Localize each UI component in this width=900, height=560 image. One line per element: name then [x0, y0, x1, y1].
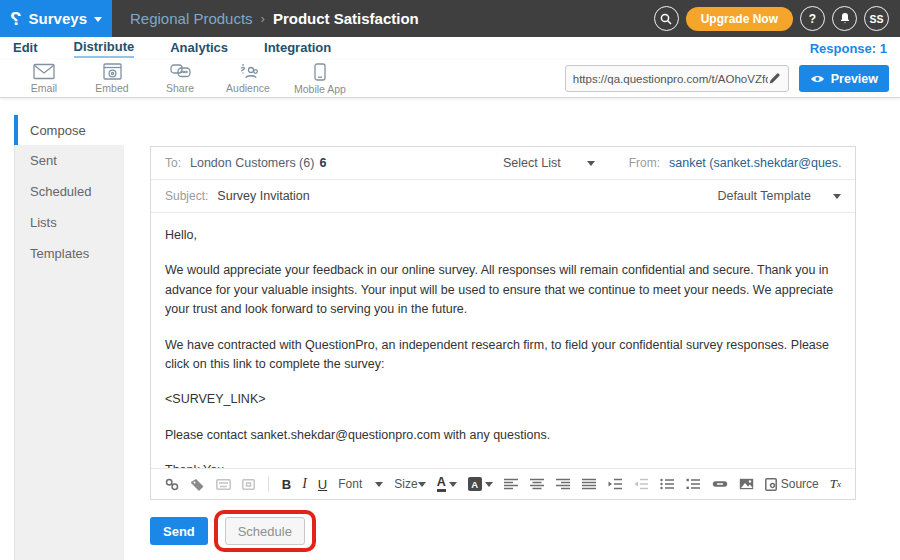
merge-tag-icon[interactable]: [190, 478, 205, 491]
tab-distribute[interactable]: Distribute: [74, 39, 135, 58]
keyboard-icon: [216, 479, 231, 490]
channel-icons: Email Embed Share Audience Mobile App: [0, 63, 346, 95]
numbered-list-button[interactable]: [686, 478, 701, 490]
channel-email[interactable]: Email: [22, 63, 66, 94]
text-color-button[interactable]: A: [437, 476, 457, 493]
bulleted-list-button[interactable]: [660, 478, 675, 490]
background-color-button[interactable]: A: [468, 477, 493, 491]
insert-link-button[interactable]: [712, 479, 728, 489]
sidebar-item-sent[interactable]: Sent: [15, 145, 124, 176]
response-count[interactable]: Response: 1: [810, 41, 887, 56]
text-color-icon: A: [437, 476, 446, 493]
chevron-down-icon: [833, 194, 841, 199]
chevron-down-icon: [587, 161, 595, 166]
channel-embed[interactable]: Embed: [90, 63, 134, 94]
breadcrumb-separator-icon: ›: [261, 11, 265, 26]
align-right-button[interactable]: [556, 478, 571, 490]
source-button[interactable]: Source: [765, 477, 819, 491]
preview-label: Preview: [831, 72, 878, 86]
channel-mobile-app[interactable]: Mobile App: [294, 63, 346, 95]
edit-url-pencil-icon[interactable]: [768, 72, 781, 85]
anchor-link-icon[interactable]: [165, 478, 179, 491]
survey-url-field[interactable]: https://qa.questionpro.com/t/AOhoVZfqml: [565, 65, 789, 92]
channel-share[interactable]: Share: [158, 63, 202, 94]
bold-button[interactable]: B: [282, 477, 291, 492]
body-paragraph: Hello,: [165, 226, 841, 245]
send-button[interactable]: Send: [150, 517, 208, 545]
italic-button[interactable]: I: [302, 476, 307, 492]
justify-icon: [582, 478, 597, 490]
preview-button[interactable]: Preview: [799, 65, 889, 92]
survey-nav: Edit Distribute Analytics Integration Re…: [0, 37, 900, 60]
tab-integration[interactable]: Integration: [264, 40, 331, 57]
body-paragraph: Thank You: [165, 461, 841, 468]
source-doc-icon: [765, 478, 777, 491]
tab-analytics[interactable]: Analytics: [170, 40, 228, 57]
from-sender[interactable]: sanket (sanket.shekdar@ques...: [669, 156, 841, 170]
email-body-editor[interactable]: Hello, We would appreciate your feedback…: [151, 213, 855, 468]
justify-button[interactable]: [582, 478, 597, 490]
to-recipient-count[interactable]: 6: [319, 156, 326, 170]
increase-indent-button[interactable]: [608, 478, 623, 490]
sidebar-item-compose[interactable]: Compose: [14, 115, 124, 145]
schedule-button[interactable]: Schedule: [225, 517, 305, 545]
template-label: Default Template: [717, 189, 811, 203]
link-icon: [712, 479, 728, 489]
source-label: Source: [781, 477, 819, 491]
chevron-down-icon: [485, 482, 493, 487]
upgrade-now-button[interactable]: Upgrade Now: [686, 7, 793, 31]
to-recipient-list[interactable]: London Customers (6): [190, 156, 314, 170]
size-dropdown[interactable]: Size: [394, 477, 425, 491]
sidebar-compose-label: Compose: [30, 123, 86, 138]
channel-share-label: Share: [166, 82, 194, 94]
underline-button[interactable]: U: [318, 477, 327, 492]
compose-panel: To: London Customers (6) 6 Select List F…: [150, 146, 856, 500]
chevron-down-icon: [418, 482, 426, 487]
help-button[interactable]: ?: [800, 6, 825, 31]
sidebar-item-templates[interactable]: Templates: [15, 238, 124, 269]
search-button[interactable]: [654, 6, 679, 31]
sidebar-sent-label: Sent: [30, 153, 57, 168]
remove-format-button[interactable]: Tx: [830, 476, 841, 492]
select-list-label: Select List: [503, 156, 561, 170]
channel-audience[interactable]: Audience: [226, 63, 270, 94]
numbered-list-icon: [686, 478, 701, 490]
align-left-icon: [504, 478, 519, 490]
tab-edit[interactable]: Edit: [13, 40, 38, 57]
body-paragraph: Please contact sanket.shekdar@questionpr…: [165, 426, 841, 445]
search-icon: [660, 13, 672, 25]
surveys-menu[interactable]: ? Surveys: [0, 0, 112, 37]
size-dropdown-label: Size: [394, 477, 417, 491]
increase-indent-icon: [608, 478, 623, 490]
questionpro-app: ? Surveys Regional Products › Product Sa…: [0, 0, 900, 560]
body-paragraph: We would appreciate your feedback in our…: [165, 261, 841, 319]
align-center-icon: [530, 478, 545, 490]
user-avatar[interactable]: SS: [864, 6, 889, 31]
font-dropdown[interactable]: Font: [338, 477, 383, 491]
rich-text-toolbar: B I U Font Size A A: [151, 468, 855, 499]
template-dropdown[interactable]: Default Template: [717, 189, 841, 203]
breadcrumb-folder[interactable]: Regional Products: [130, 10, 253, 27]
align-center-button[interactable]: [530, 478, 545, 490]
chevron-down-icon: [94, 17, 102, 22]
align-left-button[interactable]: [504, 478, 519, 490]
body-paragraph: <SURVEY_LINK>: [165, 390, 841, 409]
avatar-initials: SS: [869, 13, 883, 25]
notifications-button[interactable]: [832, 6, 857, 31]
remove-format-x: x: [837, 479, 841, 489]
insert-image-button[interactable]: [739, 478, 754, 490]
breadcrumb: Regional Products › Product Satisfaction: [130, 10, 419, 27]
bell-icon: [839, 12, 851, 25]
subject-row: Subject: Survey Invitation Default Templ…: [151, 180, 855, 213]
to-row: To: London Customers (6) 6 Select List F…: [151, 147, 855, 180]
subject-input[interactable]: Survey Invitation: [217, 189, 309, 203]
questionpro-logo-icon: ?: [10, 9, 22, 28]
eye-icon: [810, 74, 825, 84]
sidebar-item-scheduled[interactable]: Scheduled: [15, 176, 124, 207]
select-list-dropdown[interactable]: Select List: [503, 156, 595, 170]
bulleted-list-icon: [660, 478, 675, 490]
surveys-menu-label: Surveys: [29, 10, 87, 27]
background-color-icon: A: [468, 477, 482, 491]
sidebar-item-lists[interactable]: Lists: [15, 207, 124, 238]
sidebar-templates-label: Templates: [30, 246, 89, 261]
